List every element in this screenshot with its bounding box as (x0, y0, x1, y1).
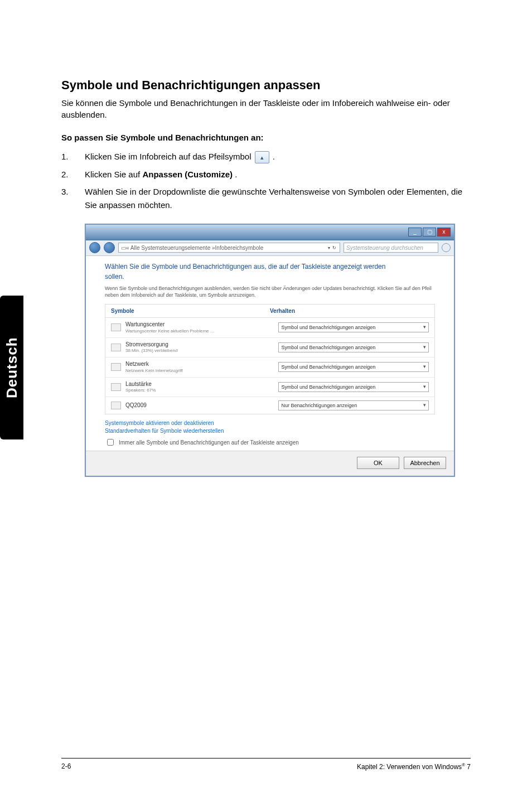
link-restore-defaults[interactable]: Standardverhalten für Symbole wiederhers… (105, 428, 435, 434)
chapter-label: Kapitel 2: Verwenden von Windows® 7 (357, 762, 471, 771)
step-text: Klicken Sie im Infobreich auf das Pfeils… (85, 150, 275, 163)
step-text: Wählen Sie in der Dropdownliste die gewü… (85, 185, 471, 211)
table-row: Stromversorgung38 Min. (33%) verbleibend… (105, 338, 434, 358)
search-icon[interactable] (442, 243, 451, 252)
table-row: LautstärkeSpeakers: 67% Symbol und Benac… (105, 378, 434, 398)
screenshot-window: _ ▢ x ▭ « Alle Systemsteuerungselemente … (85, 224, 455, 477)
tray-arrow-icon (255, 151, 269, 163)
dialog-button-row: OK Abbrechen (86, 451, 454, 476)
links-block: Systemsymbole aktivieren oder deaktivier… (105, 420, 435, 434)
panel-title: Wählen Sie die Symbole und Benachrichtig… (105, 263, 435, 270)
window-body: Wählen Sie die Symbole und Benachrichtig… (86, 256, 454, 451)
app-icon (111, 402, 121, 409)
column-behavior: Verhalten (270, 308, 295, 314)
behavior-select[interactable]: Symbol und Benachrichtigungen anzeigen (278, 342, 429, 352)
panel-title-2: sollen. (105, 273, 435, 281)
breadcrumb-dropdown[interactable]: ▾ ↻ (327, 245, 337, 250)
always-show-checkbox[interactable]: Immer alle Symbole und Benachrichtigunge… (105, 437, 435, 447)
volume-icon (111, 383, 121, 391)
minimize-button[interactable]: _ (408, 228, 422, 236)
footer-rule (61, 758, 471, 758)
maximize-button[interactable]: ▢ (423, 228, 436, 236)
monitor-icon: ▭ (121, 245, 126, 251)
nav-forward-icon[interactable] (104, 242, 115, 253)
page-number: 2-6 (61, 762, 71, 771)
behavior-select[interactable]: Symbol und Benachrichtigungen anzeigen (278, 322, 429, 332)
behavior-select[interactable]: Symbol und Benachrichtigungen anzeigen (278, 362, 429, 372)
table-row: NetzwerkNetzwerk Kein Internetzugriff Sy… (105, 357, 434, 378)
cancel-button[interactable]: Abbrechen (404, 457, 446, 469)
language-tab: Deutsch (0, 296, 23, 439)
behavior-select[interactable]: Symbol und Benachrichtigungen anzeigen (278, 382, 429, 392)
window-titlebar: _ ▢ x (86, 225, 454, 240)
checkbox-input[interactable] (107, 439, 114, 446)
battery-icon (111, 344, 121, 351)
step-number: 3. (61, 185, 85, 211)
step-number: 1. (61, 150, 85, 163)
column-symbols: Symbole (111, 308, 270, 314)
behavior-select[interactable]: Nur Benachrichtigungen anzeigen (278, 400, 429, 410)
step-number: 2. (61, 168, 85, 181)
table-row: QQ2009 Nur Benachrichtigungen anzeigen (105, 397, 434, 414)
refresh-icon: ↻ (332, 245, 336, 250)
step-text: Klicken Sie auf Anpassen (Customize) . (85, 168, 237, 181)
flag-icon (111, 323, 121, 331)
address-bar: ▭ « Alle Systemsteuerungselemente » Info… (86, 240, 454, 256)
panel-help-text: Wenn Sie Symbole und Benachrichtigungen … (105, 285, 435, 298)
search-input[interactable]: Systemsteuerung durchsuchen (344, 243, 438, 253)
close-button[interactable]: x (437, 228, 451, 236)
subheading: So passen Sie Symbole und Benachrichtung… (61, 133, 471, 142)
network-icon (111, 363, 121, 371)
breadcrumb[interactable]: ▭ « Alle Systemsteuerungselemente » Info… (118, 243, 340, 253)
page-heading: Symbole und Benachrichtigungen anpassen (61, 78, 471, 93)
steps-list: 1. Klicken Sie im Infobreich auf das Pfe… (61, 150, 471, 211)
table-row: WartungscenterWartungscenter Keine aktue… (105, 318, 434, 338)
intro-text: Sie können die Symbole und Benachrichtun… (61, 97, 471, 120)
icon-list: Symbole Verhalten WartungscenterWartungs… (105, 304, 435, 414)
page-footer: 2-6 Kapitel 2: Verwenden von Windows® 7 (61, 762, 471, 771)
nav-back-icon[interactable] (89, 242, 100, 253)
ok-button[interactable]: OK (357, 457, 399, 469)
chevron-down-icon: ▾ (328, 245, 330, 250)
link-system-icons[interactable]: Systemsymbole aktivieren oder deaktivier… (105, 420, 435, 426)
